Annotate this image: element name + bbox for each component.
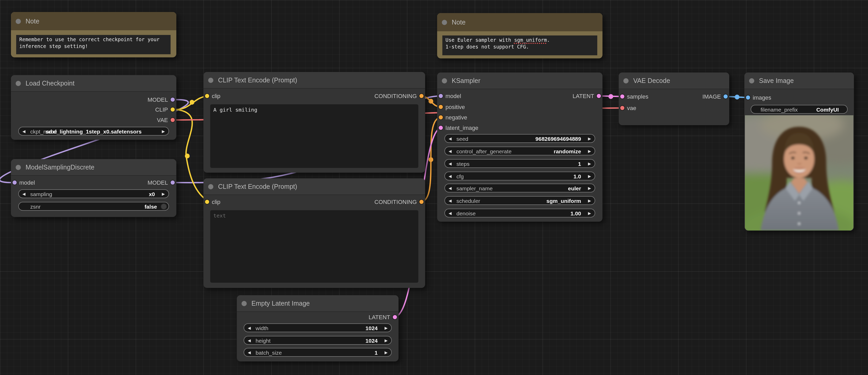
- widget-prev-arrow-icon[interactable]: ◀: [248, 350, 251, 354]
- positive-prompt-textarea[interactable]: A girl smiling: [210, 104, 418, 168]
- widget-prev-arrow-icon[interactable]: ◀: [448, 137, 452, 140]
- clip-input-port[interactable]: [205, 199, 210, 205]
- vae-output-port[interactable]: [170, 117, 175, 123]
- node-title: VAE Decode: [633, 77, 670, 84]
- clip-positive-titlebar[interactable]: CLIP Text Encode (Prompt): [204, 72, 425, 89]
- vae-decode-node[interactable]: VAE Decode samples IMAGE vae: [619, 72, 729, 125]
- widget-next-arrow-icon[interactable]: ▶: [162, 192, 165, 196]
- steps-widget[interactable]: ◀ steps 1 ▶: [444, 159, 595, 168]
- model-sampling-titlebar[interactable]: ModelSamplingDiscrete: [11, 159, 176, 176]
- widget-next-arrow-icon[interactable]: ▶: [162, 129, 165, 133]
- widget-prev-arrow-icon[interactable]: ◀: [448, 162, 452, 165]
- seed-widget[interactable]: ◀ seed 968269694694889 ▶: [444, 134, 595, 143]
- filename-prefix-widget[interactable]: filename_prefix ComfyUI: [751, 105, 848, 114]
- collapse-dot-icon[interactable]: [208, 77, 213, 83]
- widget-prev-arrow-icon[interactable]: ◀: [23, 129, 26, 133]
- model-output-port[interactable]: [170, 180, 175, 185]
- scheduler-widget[interactable]: ◀ scheduler sgm_uniform ▶: [444, 196, 595, 205]
- vae-input-port[interactable]: [620, 105, 625, 111]
- negative-input-port[interactable]: [438, 115, 443, 120]
- model-input-port[interactable]: [12, 180, 17, 185]
- widget-next-arrow-icon[interactable]: ▶: [588, 137, 591, 140]
- collapse-dot-icon[interactable]: [442, 20, 447, 25]
- empty-latent-image-node[interactable]: Empty Latent Image LATENT ◀ width 1024 ▶…: [237, 295, 399, 362]
- image-output-port[interactable]: [723, 94, 728, 99]
- note-node-left[interactable]: Note Remember to use the correct checkpo…: [11, 12, 176, 57]
- collapse-dot-icon[interactable]: [749, 78, 754, 83]
- note-right-text[interactable]: Use Euler sampler with sgm_uniform.1-ste…: [442, 35, 597, 55]
- widget-next-arrow-icon[interactable]: ▶: [588, 186, 591, 190]
- model-output-port[interactable]: [170, 97, 175, 102]
- node-title: Note: [26, 18, 39, 25]
- ckpt-name-widget[interactable]: ◀ ckpt_name sdxl_lightning_1step_x0.safe…: [18, 127, 169, 135]
- generated-image-preview: [745, 115, 854, 230]
- model-input-port[interactable]: [438, 93, 443, 99]
- widget-next-arrow-icon[interactable]: ▶: [588, 211, 591, 215]
- widget-next-arrow-icon[interactable]: ▶: [588, 199, 591, 202]
- sampling-widget[interactable]: ◀ sampling x0 ▶: [18, 189, 169, 198]
- widget-prev-arrow-icon[interactable]: ◀: [448, 186, 452, 190]
- note-right-titlebar[interactable]: Note: [437, 13, 602, 31]
- control-after-generate-widget[interactable]: ◀ control_after_generate randomize ▶: [444, 147, 595, 155]
- widget-prev-arrow-icon[interactable]: ◀: [448, 149, 452, 153]
- latent-image-input-port[interactable]: [438, 125, 443, 130]
- cfg-widget[interactable]: ◀ cfg 1.0 ▶: [444, 171, 595, 181]
- collapse-dot-icon[interactable]: [16, 81, 21, 86]
- clip-text-encode-negative-node[interactable]: CLIP Text Encode (Prompt) clip CONDITION…: [204, 178, 425, 288]
- clip-output-port[interactable]: [170, 107, 175, 112]
- width-widget[interactable]: ◀ width 1024 ▶: [244, 323, 392, 332]
- clip-negative-titlebar[interactable]: CLIP Text Encode (Prompt): [204, 178, 425, 195]
- denoise-widget[interactable]: ◀ denoise 1.00 ▶: [444, 209, 595, 218]
- boolean-toggle-knob[interactable]: [161, 203, 167, 210]
- positive-input-port[interactable]: [438, 104, 443, 110]
- note-left-titlebar[interactable]: Note: [11, 12, 176, 30]
- widget-prev-arrow-icon[interactable]: ◀: [448, 174, 452, 178]
- height-widget[interactable]: ◀ height 1024 ▶: [244, 336, 392, 345]
- node-title: CLIP Text Encode (Prompt): [218, 76, 297, 84]
- widget-next-arrow-icon[interactable]: ▶: [588, 174, 591, 178]
- clip-text-encode-positive-node[interactable]: CLIP Text Encode (Prompt) clip CONDITION…: [204, 72, 425, 173]
- samples-input-port[interactable]: [620, 94, 625, 99]
- widget-next-arrow-icon[interactable]: ▶: [384, 326, 388, 330]
- images-input-port[interactable]: [745, 95, 751, 100]
- node-graph-canvas[interactable]: Note Remember to use the correct checkpo…: [0, 0, 868, 375]
- widget-prev-arrow-icon[interactable]: ◀: [248, 339, 251, 342]
- negative-prompt-textarea[interactable]: text: [210, 210, 418, 283]
- model-sampling-discrete-node[interactable]: ModelSamplingDiscrete model MODEL ◀ samp…: [11, 159, 176, 217]
- note-node-right[interactable]: Note Use Euler sampler with sgm_uniform.…: [437, 13, 602, 58]
- widget-next-arrow-icon[interactable]: ▶: [384, 339, 388, 342]
- clip-input-port[interactable]: [205, 93, 210, 99]
- widget-next-arrow-icon[interactable]: ▶: [588, 149, 591, 153]
- note-left-text[interactable]: Remember to use the correct checkpoint f…: [16, 35, 170, 54]
- batch-size-widget[interactable]: ◀ batch_size 1 ▶: [244, 348, 392, 357]
- io-slot-clip: clip CONDITIONING: [204, 197, 425, 207]
- ksampler-node[interactable]: KSampler model LATENT positive negative …: [437, 72, 602, 222]
- widget-prev-arrow-icon[interactable]: ◀: [448, 211, 452, 215]
- conditioning-output-port[interactable]: [419, 199, 424, 205]
- conditioning-output-port[interactable]: [419, 93, 424, 99]
- load-checkpoint-titlebar[interactable]: Load Checkpoint: [11, 75, 176, 92]
- load-checkpoint-node[interactable]: Load Checkpoint MODEL CLIP VAE ◀ ckpt_na…: [11, 75, 176, 140]
- collapse-dot-icon[interactable]: [623, 78, 628, 83]
- sampler-name-widget[interactable]: ◀ sampler_name euler ▶: [444, 184, 595, 192]
- widget-prev-arrow-icon[interactable]: ◀: [248, 326, 251, 330]
- widget-prev-arrow-icon[interactable]: ◀: [23, 192, 26, 196]
- save-image-node[interactable]: Save Image images filename_prefix ComfyU…: [744, 72, 854, 230]
- collapse-dot-icon[interactable]: [16, 164, 21, 170]
- save-image-titlebar[interactable]: Save Image: [744, 72, 854, 89]
- empty-latent-titlebar[interactable]: Empty Latent Image: [237, 295, 399, 312]
- zsnr-toggle-widget[interactable]: zsnr false: [18, 202, 169, 211]
- collapse-dot-icon[interactable]: [16, 19, 21, 24]
- collapse-dot-icon[interactable]: [442, 78, 447, 83]
- output-slot-clip: CLIP: [11, 105, 176, 114]
- latent-output-port[interactable]: [596, 93, 601, 99]
- vae-decode-titlebar[interactable]: VAE Decode: [619, 72, 729, 89]
- collapse-dot-icon[interactable]: [208, 184, 213, 189]
- io-slot-clip: clip CONDITIONING: [204, 91, 425, 101]
- widget-next-arrow-icon[interactable]: ▶: [588, 162, 591, 165]
- latent-output-port[interactable]: [392, 314, 398, 320]
- widget-prev-arrow-icon[interactable]: ◀: [448, 199, 452, 202]
- ksampler-titlebar[interactable]: KSampler: [437, 72, 602, 89]
- widget-next-arrow-icon[interactable]: ▶: [384, 350, 388, 354]
- collapse-dot-icon[interactable]: [242, 301, 247, 306]
